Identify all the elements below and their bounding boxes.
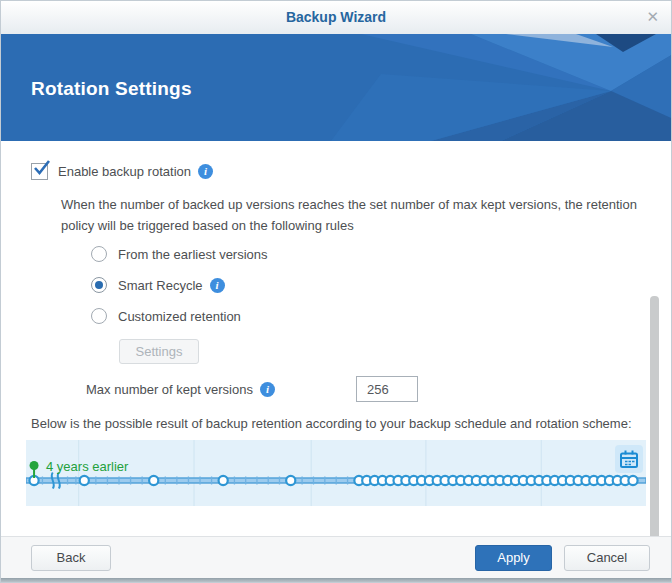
radio-icon[interactable] — [91, 308, 107, 324]
cancel-button[interactable]: Cancel — [564, 545, 650, 571]
info-icon[interactable]: i — [210, 278, 225, 293]
footer-bar: Back Apply Cancel — [1, 536, 671, 578]
radio-icon[interactable] — [91, 277, 107, 293]
info-icon[interactable]: i — [260, 382, 275, 397]
radio-option-smart-recycle[interactable]: Smart Recyclei — [91, 277, 671, 293]
result-note: Below is the possible result of backup r… — [31, 413, 643, 434]
settings-button[interactable]: Settings — [119, 339, 199, 364]
calendar-icon[interactable] — [615, 445, 643, 473]
close-icon[interactable]: ✕ — [646, 8, 659, 26]
info-icon[interactable]: i — [198, 164, 213, 179]
page-title: Rotation Settings — [31, 78, 192, 100]
radio-option-from-the-earliest-versions[interactable]: From the earliest versions — [91, 246, 671, 262]
max-versions-input[interactable] — [356, 376, 418, 402]
back-button[interactable]: Back — [31, 545, 111, 571]
wizard-header: Rotation Settings — [1, 34, 671, 141]
enable-backup-rotation-row: Enable backup rotation i — [31, 163, 671, 180]
content-area: Enable backup rotation i When the number… — [1, 141, 671, 536]
apply-button[interactable]: Apply — [475, 545, 552, 571]
rotation-description: When the number of backed up versions re… — [61, 194, 646, 236]
backup-wizard-dialog: Backup Wizard ✕ Rotation Settings Enable… — [0, 0, 672, 583]
timeline-annotation: 4 years earlier — [46, 459, 128, 474]
checkmark-icon — [33, 159, 52, 177]
window-title: Backup Wizard — [1, 9, 671, 25]
radio-option-customized-retention[interactable]: Customized retention — [91, 308, 671, 324]
window-bottom-edge — [1, 578, 671, 583]
enable-backup-rotation-checkbox[interactable] — [31, 163, 48, 180]
radio-label: From the earliest versions — [118, 247, 268, 262]
retention-timeline-panel: 4 years earlier — [26, 440, 646, 506]
radio-icon[interactable] — [91, 246, 107, 262]
max-versions-label: Max number of kept versions — [86, 382, 253, 397]
enable-backup-rotation-label: Enable backup rotation — [58, 164, 191, 179]
retention-rule-radios: From the earliest versionsSmart Recyclei… — [91, 246, 671, 324]
radio-label: Customized retention — [118, 309, 241, 324]
titlebar: Backup Wizard ✕ — [1, 1, 671, 34]
max-versions-row: Max number of kept versions i — [86, 376, 671, 403]
radio-label: Smart Recycle — [118, 278, 203, 293]
